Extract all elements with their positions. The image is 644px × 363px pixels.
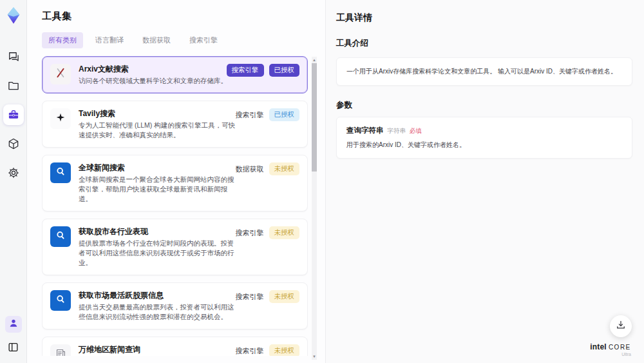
tool-category-badge: 搜索引擎: [236, 228, 264, 238]
tab-所有类别[interactable]: 所有类别: [42, 32, 83, 48]
tavily-star-icon: [55, 112, 66, 126]
blue-magnifier-icon: [54, 229, 67, 244]
app-window: 工具集 所有类别语言翻译数据获取搜索引擎 Arxiv文献搜索 访问各个研究领域大…: [0, 0, 644, 363]
tool-description: 提供股票市场各个行业在特定时间段内的表现。投资者可以利用这些信息来识别表现优于或…: [79, 239, 236, 268]
tool-category-badge: 搜索引擎: [227, 64, 264, 77]
auth-status-badge: 未授权: [269, 226, 300, 239]
arxiv-logo-icon: [54, 66, 67, 82]
chat-icon: [7, 50, 20, 63]
collapse-panel-icon: [7, 341, 19, 353]
folder-nav-button[interactable]: [3, 75, 24, 96]
tool-description: 提供当天交易量最高的股票列表，投资者可以利用这些信息来识别流动性强的股票和潜在的…: [79, 302, 236, 322]
tool-category-badge: 搜索引擎: [236, 346, 264, 356]
detail-title: 工具详情: [336, 12, 632, 24]
auth-status-badge: 已授权: [269, 108, 300, 121]
param-required-flag: 必填: [410, 127, 422, 135]
blue-magnifier-icon: [54, 165, 67, 181]
tab-语言翻译[interactable]: 语言翻译: [89, 32, 130, 48]
tool-card[interactable]: 获取股市各行业表现 提供股票市场各个行业在特定时间段内的表现。投资者可以利用这些…: [42, 219, 308, 275]
brand-intel-text: intel: [590, 342, 607, 351]
intro-card: 一个用于从Arxiv存储库搜索科学论文和文章的工具。 输入可以是Arxiv ID…: [336, 57, 632, 86]
rail-bottom: [5, 316, 22, 355]
list-scrollbar[interactable]: ▲ ▼: [312, 57, 317, 360]
user-account-button[interactable]: [5, 316, 22, 333]
tool-description: 访问各个研究领域大量科学论文和文章的存储库。: [79, 76, 236, 86]
param-type: 字符串: [388, 127, 406, 135]
tool-icon: [50, 344, 71, 356]
toolbox-icon: [7, 108, 20, 121]
tab-搜索引擎[interactable]: 搜索引擎: [183, 32, 224, 48]
settings-gear-icon: [7, 166, 20, 179]
toolbox-nav-button[interactable]: [3, 104, 24, 125]
tool-card[interactable]: 全球新闻搜索 全球新闻搜索是一个聚合全球各大新闻网站内容的搜索引擎，帮助用户快速…: [42, 155, 308, 211]
tool-icon: [50, 162, 71, 183]
tool-icon: [50, 290, 71, 311]
auth-status-badge: 未授权: [269, 162, 300, 175]
chat-nav-button[interactable]: [3, 46, 24, 67]
tool-detail-panel: 工具详情 工具介绍 一个用于从Arxiv存储库搜索科学论文和文章的工具。 输入可…: [325, 0, 644, 363]
blue-magnifier-icon: [54, 293, 67, 308]
brand-core-text: CORE: [609, 344, 631, 351]
folder-icon: [7, 79, 20, 92]
intel-core-logo: intel CORE Ultra: [586, 342, 635, 357]
auth-status-badge: 未授权: [269, 290, 300, 303]
tool-card[interactable]: Arxiv文献搜索 访问各个研究领域大量科学论文和文章的存储库。 搜索引擎 已授…: [42, 56, 308, 93]
scrollbar-thumb[interactable]: [312, 63, 317, 172]
user-icon: [8, 318, 19, 331]
package-icon: [7, 137, 20, 150]
scroll-up-arrow-icon[interactable]: ▲: [312, 57, 317, 63]
auth-status-badge: 已授权: [269, 64, 300, 77]
icon-rail: [0, 0, 27, 363]
tool-icon: [50, 64, 71, 84]
brand-sub-text: Ultra: [586, 352, 635, 357]
tool-icon: [50, 108, 71, 129]
auth-status-badge: 未授权: [269, 344, 300, 356]
package-nav-button[interactable]: [3, 133, 24, 154]
intro-heading: 工具介绍: [336, 38, 632, 49]
param-description: 用于搜索的Arxiv ID、关键字或作者姓名。: [346, 141, 622, 150]
tool-icon: [50, 226, 71, 247]
tool-description: 专为人工智能代理 (LLM) 构建的搜索引擎工具，可快速提供实时、准确和真实的结…: [79, 121, 236, 140]
settings-nav-button[interactable]: [3, 162, 24, 183]
tool-list-panel: 工具集 所有类别语言翻译数据获取搜索引擎 Arxiv文献搜索 访问各个研究领域大…: [27, 0, 325, 363]
app-logo-icon: [5, 6, 23, 25]
tool-description: 全球新闻搜索是一个聚合全球各大新闻网站内容的搜索引擎，帮助用户快速获取全球最新资…: [79, 175, 236, 204]
newspaper-icon: [55, 348, 67, 357]
tool-card[interactable]: Tavily搜索 专为人工智能代理 (LLM) 构建的搜索引擎工具，可快速提供实…: [42, 101, 308, 148]
tool-card[interactable]: 获取市场最活跃股票信息 提供当天交易量最高的股票列表，投资者可以利用这些信息来识…: [42, 282, 308, 329]
param-name: 查询字符串: [346, 126, 384, 135]
tool-list: Arxiv文献搜索 访问各个研究领域大量科学论文和文章的存储库。 搜索引擎 已授…: [42, 56, 308, 356]
collapse-panel-button[interactable]: [5, 338, 22, 355]
params-heading: 参数: [336, 100, 632, 111]
tool-category-badge: 数据获取: [236, 164, 264, 174]
page-title: 工具集: [42, 10, 325, 23]
tool-category-badge: 搜索引擎: [236, 292, 264, 302]
download-icon: [615, 319, 627, 333]
tool-category-badge: 搜索引擎: [236, 110, 264, 120]
param-card: 查询字符串 字符串 必填 用于搜索的Arxiv ID、关键字或作者姓名。: [336, 117, 632, 159]
rail-nav: [3, 46, 24, 183]
download-button[interactable]: [610, 315, 632, 337]
tool-card[interactable]: 万维地区新闻查询 查询具体行政区划内的新闻，快速了解各地新闻动 搜索引擎 未授权: [42, 337, 308, 356]
category-tabs: 所有类别语言翻译数据获取搜索引擎: [42, 32, 325, 48]
scroll-down-arrow-icon[interactable]: ▼: [312, 353, 317, 360]
tab-数据获取[interactable]: 数据获取: [136, 32, 177, 48]
